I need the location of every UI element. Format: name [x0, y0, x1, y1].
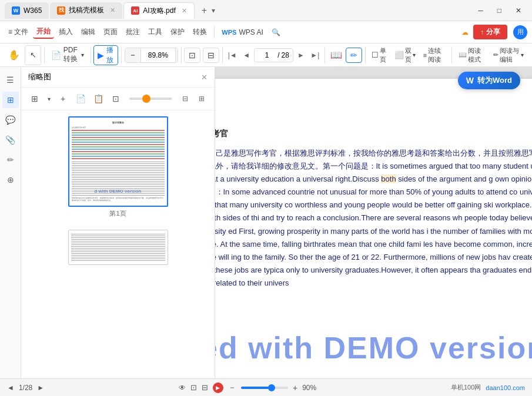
layers-btn[interactable]: ⊕ [2, 172, 19, 188]
outline-btn[interactable]: ☰ [2, 72, 19, 88]
thumbnail-sidebar: 缩略图 ✕ ⊞ ▾ + 📄 📋 ⊡ [21, 67, 215, 378]
thumb-size-increase[interactable]: ⊞ [195, 92, 209, 106]
tab-pdf[interactable]: AI AI攻略.pdf ✕ [123, 2, 194, 19]
wps-ai-btn[interactable]: WPS WPS AI [218, 27, 266, 38]
tab-template-close[interactable]: ✕ [110, 6, 115, 14]
menu-protect[interactable]: 保护 [167, 26, 188, 38]
grid-dropdown-btn[interactable]: ▾ [45, 91, 53, 106]
copy-icon: 📋 [93, 94, 103, 103]
zoom-track [241, 387, 288, 389]
status-play-btn[interactable]: ▶ [213, 382, 223, 393]
next-page-btn[interactable]: ► [295, 49, 307, 62]
fit-page-btn[interactable]: ⊡ [184, 48, 200, 63]
zoom-input[interactable] [140, 48, 176, 62]
to-word-icon: W [466, 76, 474, 85]
book-view-btn[interactable]: 📖 [328, 45, 344, 65]
single-page-btn[interactable]: ☐ 单页 [368, 45, 390, 65]
status-next-btn[interactable]: ► [37, 384, 44, 392]
size-slider-thumb[interactable] [142, 95, 150, 103]
menu-page[interactable]: 页面 [100, 26, 121, 38]
minimize-btn[interactable]: ─ [472, 5, 489, 16]
fit-width-icon: ⊟ [208, 51, 215, 60]
menu-insert[interactable]: 插入 [55, 26, 76, 38]
status-layout2-btn[interactable]: ⊟ [202, 383, 208, 392]
menu-convert[interactable]: 转换 [189, 26, 210, 38]
last-page-btn[interactable]: ►| [309, 49, 322, 62]
file-btn[interactable]: 📄 [73, 91, 88, 106]
status-layout1-btn[interactable]: ⊡ [190, 383, 197, 392]
copy-btn[interactable]: 📋 [91, 91, 106, 106]
thumbnail-btn[interactable]: ⊞ [2, 92, 19, 108]
continuous-btn[interactable]: ≡ 连续阅读 [420, 45, 449, 65]
main-area: ☰ ⊞ 💬 📎 ✏ ⊕ 缩略图 ✕ ⊞ ▾ + 📄 📋 [0, 67, 532, 378]
next-page-icon: ► [297, 51, 305, 59]
read-edit-btn[interactable]: ✏ 阅读与编辑 ▾ [490, 45, 527, 65]
tab-group: W W365 找 找稿壳模板 ✕ AI AI攻略.pdf ✕ + ▾ [5, 2, 470, 19]
grid-view-btn[interactable]: ⊞ [27, 91, 42, 106]
menu-edit[interactable]: 编辑 [78, 26, 99, 38]
size-slider-track [129, 98, 172, 100]
menu-tools[interactable]: 工具 [145, 26, 166, 38]
sep1 [214, 26, 215, 38]
menu-comment[interactable]: 批注 [122, 26, 143, 38]
select-tool-btn[interactable]: ↖ [25, 45, 41, 65]
page1-frame[interactable]: 提示词集合 担任雅思写作考官 我希望你假定自己是雅思写作考官，根据雅思评判标准，… [68, 116, 168, 207]
status-view-btn[interactable]: 👁 [179, 384, 186, 392]
sidebar-close-btn[interactable]: ✕ [201, 73, 208, 82]
extract-btn[interactable]: ⊡ [108, 91, 123, 106]
add-page-btn[interactable]: + [55, 91, 71, 106]
new-tab-btn[interactable]: + [199, 5, 209, 16]
page1-content: 提示词集合 担任雅思写作考官 我希望你假定自己是雅思写作考官，根据雅思评判标准，… [69, 118, 167, 206]
search-icon: 🔍 [272, 28, 280, 36]
tab-pdf-label: AI攻略.pdf [143, 6, 175, 16]
zoom-minus-status[interactable]: － [228, 382, 236, 393]
close-window-btn[interactable]: ✕ [510, 5, 527, 16]
site-label: 单机100网 [451, 383, 481, 392]
tab-w365[interactable]: W W365 [5, 2, 49, 19]
zoom-plus-status[interactable]: + [293, 383, 297, 392]
prev-page-btn[interactable]: ◄ [240, 49, 253, 62]
zoom-minus-btn[interactable]: － [125, 48, 140, 62]
menu-home[interactable]: 开始 [33, 25, 54, 39]
edit-mode-btn[interactable]: ✏ [346, 48, 362, 63]
status-prev-btn[interactable]: ◄ [7, 384, 14, 392]
hand-tool-btn[interactable]: ✋ [5, 45, 24, 65]
menu-toolbar: ≡ 文件 开始 插入 编辑 页面 批注 工具 保护 转换 WPS WPS AI … [0, 21, 532, 43]
read-mode-btn[interactable]: 📖 阅读模式 [455, 45, 487, 65]
attachment-btn[interactable]: 📎 [2, 132, 19, 148]
thumb-colored-block [72, 130, 165, 159]
page-number-input[interactable] [258, 51, 276, 59]
play-btn[interactable]: ▶ 播放 [93, 45, 118, 65]
prev-page-icon: ◄ [243, 51, 250, 59]
first-page-btn[interactable]: |◄ [226, 49, 239, 62]
zoom-plus-btn[interactable]: + [176, 48, 178, 62]
maximize-btn[interactable]: □ [491, 5, 507, 16]
read-edit-icon: ✏ [493, 51, 498, 59]
share-btn[interactable]: ↑ 分享 [473, 25, 507, 39]
select-icon: ↖ [30, 51, 36, 59]
fit-width-btn[interactable]: ⊟ [203, 48, 219, 63]
sep-fit [222, 47, 223, 63]
menu-file[interactable]: ≡ 文件 [5, 26, 32, 38]
pdf-convert-btn[interactable]: 📄 PDF转换 ▾ [48, 45, 88, 65]
thumbnail-page2[interactable] [68, 224, 168, 265]
user-avatar[interactable]: 用 [513, 25, 527, 39]
thumbnail-list: 提示词集合 担任雅思写作考官 我希望你假定自己是雅思写作考官，根据雅思评判标准，… [21, 110, 215, 378]
tab-template-label: 找稿壳模板 [69, 5, 104, 15]
thumbnail-page1[interactable]: 提示词集合 担任雅思写作考官 我希望你假定自己是雅思写作考官，根据雅思评判标准，… [68, 116, 168, 218]
thumb-size-decrease[interactable]: ⊟ [178, 92, 192, 106]
zoom-thumb[interactable] [268, 384, 275, 391]
pdf-page: 提示词集合 担任雅思写作考官 我希望你假定自己是雅思写作考官，根据雅思评判标准，… [215, 79, 532, 378]
search-btn[interactable]: 🔍 [268, 27, 284, 38]
double-page-btn[interactable]: ⬜ 双页 ▾ [392, 45, 419, 65]
cloud-btn[interactable]: ☁ [458, 27, 472, 38]
page-nav: |◄ ◄ / 28 ► ►| [226, 48, 322, 62]
tab-more-btn[interactable]: ▾ [212, 6, 215, 15]
tab-pdf-close[interactable]: ✕ [182, 7, 187, 15]
page2-frame[interactable] [68, 230, 168, 265]
tab-template[interactable]: 找 找稿壳模板 ✕ [50, 2, 122, 19]
annotate-btn[interactable]: ✏ [2, 152, 19, 168]
comment-panel-btn[interactable]: 💬 [2, 112, 19, 128]
status-bar: ◄ 1/28 ► 👁 ⊡ ⊟ ▶ － + 90% 单机100网 daan100.… [0, 378, 532, 396]
to-word-floating-btn[interactable]: W 转为Word [458, 72, 520, 89]
